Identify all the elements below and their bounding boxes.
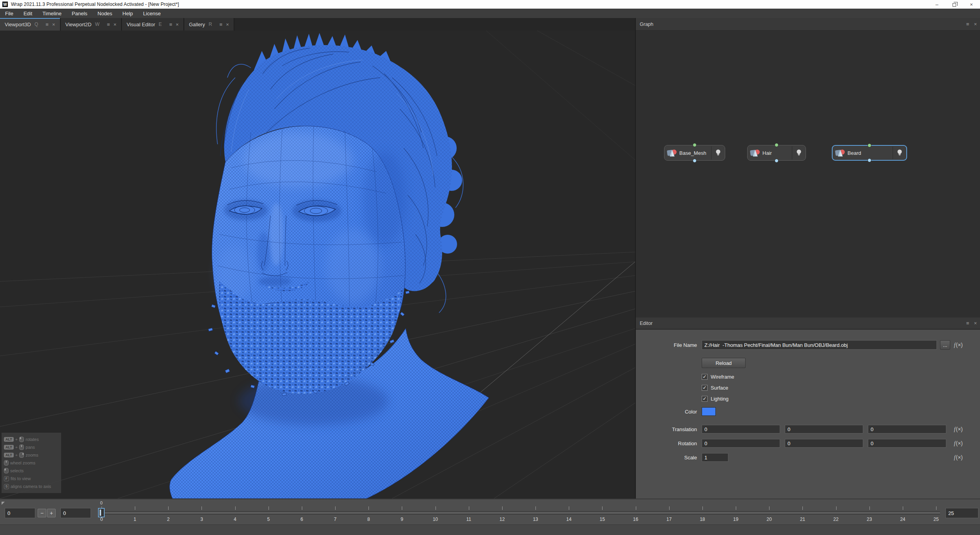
- tab-visual-editor[interactable]: Visual Editor E ≡ ×: [122, 18, 184, 31]
- timeline-tick: [201, 506, 202, 510]
- browse-button[interactable]: ...: [940, 340, 950, 350]
- node-output-connector[interactable]: [693, 143, 697, 147]
- checkbox-wireframe[interactable]: ✓: [702, 374, 708, 380]
- timeline-tick: [469, 506, 469, 510]
- restore-button[interactable]: [946, 0, 963, 9]
- frame-decrement-button[interactable]: −: [38, 509, 46, 517]
- tab-label: Visual Editor: [127, 22, 155, 27]
- tab-menu-icon[interactable]: ≡: [107, 22, 110, 27]
- tab-label: Viewport3D: [5, 22, 31, 27]
- timeline-start-input[interactable]: [5, 508, 35, 518]
- timeline-tick-label: 1: [129, 517, 141, 522]
- head-model: [170, 33, 489, 499]
- node-visibility-toggle[interactable]: [792, 145, 806, 160]
- timeline-tick-label: 24: [897, 517, 909, 522]
- timeline-tick: [535, 506, 536, 510]
- editor-close-icon[interactable]: ×: [974, 320, 977, 326]
- timeline-tick-label: 11: [463, 517, 475, 522]
- tab-close-icon[interactable]: ×: [113, 22, 116, 27]
- rotation-input-1[interactable]: [785, 439, 863, 448]
- mouse-left-icon: [19, 437, 24, 442]
- rotation-input-2[interactable]: [868, 439, 946, 448]
- file-name-label: File Name: [636, 342, 702, 348]
- reload-button[interactable]: Reload: [702, 358, 746, 368]
- menu-edit[interactable]: Edit: [18, 9, 37, 18]
- node-input-connector[interactable]: [867, 158, 871, 162]
- graph-node-beard[interactable]: Beard: [832, 145, 907, 161]
- timeline-tick: [702, 506, 703, 510]
- timeline-current-input[interactable]: [60, 508, 91, 518]
- checkbox-surface[interactable]: ✓: [702, 385, 708, 391]
- tab-viewport3d[interactable]: Viewport3D Q ≡ ×: [0, 18, 61, 31]
- node-output-connector[interactable]: [867, 143, 871, 147]
- node-input-connector[interactable]: [693, 159, 697, 163]
- tab-menu-icon[interactable]: ≡: [45, 22, 49, 27]
- timeline-tick: [135, 506, 135, 510]
- tab-menu-icon[interactable]: ≡: [220, 22, 223, 27]
- checkbox-label: Surface: [711, 385, 728, 391]
- menu-file[interactable]: File: [0, 9, 18, 18]
- file-name-fx-icon[interactable]: f(×): [954, 342, 963, 348]
- editor-panel-title: Editor: [640, 321, 653, 326]
- timeline-slider-handle[interactable]: [98, 508, 105, 517]
- hint-rotates: ALT+ rotates: [4, 435, 59, 443]
- graph-canvas[interactable]: Base_Mesh Hair Beard: [636, 31, 980, 317]
- tab-viewport2d[interactable]: Viewport2D W ≡ ×: [61, 18, 122, 31]
- timeline-tick: [368, 506, 369, 510]
- tab-close-icon[interactable]: ×: [52, 22, 55, 27]
- timeline-track[interactable]: [99, 511, 940, 515]
- menu-nodes[interactable]: Nodes: [93, 9, 118, 18]
- graph-panel-header: Graph ≡ ×: [636, 18, 980, 31]
- timeline-tick: [836, 506, 837, 510]
- scale-input-0[interactable]: [702, 453, 728, 462]
- editor-panel: File Name ... f(×) Reload ✓ Wireframe ✓ …: [636, 330, 980, 499]
- timeline-tick: [569, 506, 569, 510]
- timeline-tick: [669, 506, 670, 510]
- timeline-collapse-icon[interactable]: [2, 502, 5, 505]
- graph-node-base-mesh[interactable]: Base_Mesh: [664, 145, 725, 161]
- rotation-fx-icon[interactable]: f(×): [954, 440, 963, 447]
- color-swatch[interactable]: [702, 407, 716, 416]
- tab-close-icon[interactable]: ×: [226, 22, 229, 27]
- timeline-tick: [302, 506, 302, 510]
- scale-fx-icon[interactable]: f(×): [954, 454, 963, 461]
- viewport-hints-overlay: ALT+ rotatesALT+ pansALT+ zooms wheel zo…: [2, 433, 61, 493]
- translation-input-2[interactable]: [868, 425, 946, 433]
- timeline-tick-label: 23: [864, 517, 875, 522]
- menu-panels[interactable]: Panels: [67, 9, 93, 18]
- graph-menu-icon[interactable]: ≡: [966, 21, 969, 27]
- menu-help[interactable]: Help: [117, 9, 138, 18]
- timeline-end-input[interactable]: [946, 508, 978, 518]
- tab-gallery[interactable]: Gallery R ≡ ×: [184, 18, 234, 31]
- alt-key-icon: ALT: [4, 445, 14, 450]
- tab-menu-icon[interactable]: ≡: [169, 22, 172, 27]
- timeline-frame-indicator: 0: [98, 501, 105, 505]
- node-visibility-toggle[interactable]: [893, 146, 906, 160]
- tab-close-icon[interactable]: ×: [176, 22, 179, 27]
- frame-increment-button[interactable]: +: [47, 509, 56, 517]
- rotation-input-0[interactable]: [702, 439, 780, 448]
- checkbox-lighting[interactable]: ✓: [702, 396, 708, 402]
- timeline-tick-label: 14: [563, 517, 575, 522]
- translation-input-1[interactable]: [785, 425, 863, 433]
- node-input-connector[interactable]: [775, 159, 779, 163]
- node-visibility-toggle[interactable]: [711, 145, 725, 160]
- close-button[interactable]: ×: [963, 0, 980, 9]
- translation-label: Translation: [636, 426, 702, 432]
- timeline-tick-label: 3: [196, 517, 207, 522]
- menu-license[interactable]: License: [138, 9, 166, 18]
- minimize-button[interactable]: –: [928, 0, 946, 9]
- menu-timeline[interactable]: Timeline: [37, 9, 67, 18]
- viewport-3d[interactable]: ALT+ rotatesALT+ pansALT+ zooms wheel zo…: [0, 31, 635, 499]
- translation-input-0[interactable]: [702, 425, 780, 433]
- node-output-connector[interactable]: [775, 143, 779, 147]
- translation-fx-icon[interactable]: f(×): [954, 426, 963, 433]
- rotation-label: Rotation: [636, 441, 702, 446]
- graph-node-hair[interactable]: Hair: [747, 145, 806, 161]
- file-name-input[interactable]: [702, 340, 937, 350]
- hint-zooms: ALT+ zooms: [4, 451, 59, 459]
- editor-menu-icon[interactable]: ≡: [966, 320, 969, 326]
- timeline-tick: [736, 506, 736, 510]
- graph-close-icon[interactable]: ×: [974, 21, 977, 27]
- timeline-bar: − + 012345678910111213141516171819202122…: [0, 499, 980, 524]
